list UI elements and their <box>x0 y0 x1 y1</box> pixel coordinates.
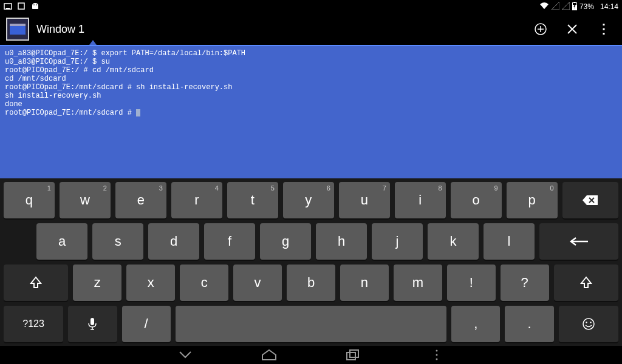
action-bar: Window 1 <box>0 13 622 45</box>
navigation-bar <box>0 346 622 364</box>
comma-key[interactable]: , <box>451 306 500 342</box>
key-d[interactable]: d <box>148 223 199 260</box>
home-button[interactable] <box>261 348 278 362</box>
svg-point-4 <box>36 4 37 5</box>
svg-rect-19 <box>91 318 94 325</box>
svg-rect-13 <box>603 24 605 25</box>
key-w[interactable]: w2 <box>60 182 111 218</box>
clock: 14:14 <box>600 2 618 11</box>
status-bar: 73% 14:14 <box>0 0 622 13</box>
soft-keyboard: q1w2e3r4t5y6u7i8o9p0 asdfghjkl zxcvbnm!?… <box>0 178 622 346</box>
svg-rect-14 <box>603 29 605 30</box>
svg-point-28 <box>436 354 438 356</box>
key-p[interactable]: p0 <box>507 182 558 218</box>
key-s[interactable]: s <box>92 223 143 260</box>
symbols-key[interactable]: ?123 <box>4 306 63 342</box>
terminal-view[interactable]: u0_a83@PICOpad_7E:/ $ export PATH=/data/… <box>0 45 622 197</box>
svg-rect-2 <box>18 3 24 9</box>
key-r[interactable]: r4 <box>171 182 222 218</box>
svg-point-27 <box>436 350 438 352</box>
shift-key[interactable] <box>4 265 68 301</box>
key-x[interactable]: x <box>126 265 175 301</box>
signal-icon <box>552 2 559 12</box>
wifi-icon <box>539 2 549 12</box>
key-g[interactable]: g <box>260 223 311 260</box>
svg-point-3 <box>33 4 35 5</box>
key-b[interactable]: b <box>287 265 335 301</box>
svg-rect-1 <box>6 8 10 9</box>
key-?[interactable]: ? <box>501 265 549 301</box>
notif-icon <box>17 2 26 12</box>
hide-keyboard-button[interactable] <box>177 348 194 362</box>
svg-rect-15 <box>603 33 605 35</box>
key-a[interactable]: a <box>36 223 87 260</box>
key-k[interactable]: k <box>428 223 479 260</box>
key-i[interactable]: i8 <box>395 182 446 218</box>
terminal-text: u0_a83@PICOpad_7E:/ $ export PATH=/data/… <box>5 49 245 117</box>
add-window-button[interactable] <box>528 17 553 41</box>
space-key[interactable] <box>176 306 446 342</box>
key-h[interactable]: h <box>316 223 367 260</box>
overflow-menu-button[interactable] <box>592 17 616 41</box>
shift-key[interactable] <box>554 265 618 301</box>
key-n[interactable]: n <box>340 265 389 301</box>
app-icon <box>6 18 29 41</box>
battery-icon <box>572 2 577 12</box>
backspace-key[interactable] <box>562 182 618 218</box>
key-v[interactable]: v <box>233 265 282 301</box>
key-e[interactable]: e3 <box>115 182 166 218</box>
enter-key[interactable] <box>539 223 618 260</box>
key-z[interactable]: z <box>73 265 121 301</box>
key-y[interactable]: y6 <box>283 182 334 218</box>
window-title[interactable]: Window 1 <box>36 23 84 36</box>
cursor-icon <box>136 109 140 116</box>
slash-key[interactable]: / <box>122 306 171 342</box>
svg-point-29 <box>436 359 438 360</box>
svg-point-24 <box>590 322 591 323</box>
tab-indicator-icon <box>89 40 97 45</box>
svg-rect-26 <box>350 350 358 357</box>
key-f[interactable]: f <box>204 223 255 260</box>
signal-icon <box>562 2 570 12</box>
svg-point-22 <box>583 318 594 329</box>
voice-input-key[interactable] <box>68 306 117 342</box>
battery-text: 73% <box>579 2 594 11</box>
period-key[interactable]: . <box>505 306 553 342</box>
menu-button[interactable] <box>428 348 445 362</box>
key-u[interactable]: u7 <box>339 182 390 218</box>
recent-apps-button[interactable] <box>344 348 361 362</box>
key-o[interactable]: o9 <box>451 182 502 218</box>
emoji-key[interactable] <box>559 306 618 342</box>
svg-point-23 <box>586 322 587 323</box>
key-t[interactable]: t5 <box>227 182 278 218</box>
key-m[interactable]: m <box>394 265 442 301</box>
close-button[interactable] <box>560 17 584 41</box>
key-j[interactable]: j <box>372 223 423 260</box>
key-![interactable]: ! <box>447 265 496 301</box>
key-q[interactable]: q1 <box>4 182 55 218</box>
svg-rect-25 <box>347 352 355 360</box>
notif-icon <box>4 2 12 12</box>
adb-icon <box>30 2 40 12</box>
key-c[interactable]: c <box>180 265 228 301</box>
key-l[interactable]: l <box>484 223 535 260</box>
